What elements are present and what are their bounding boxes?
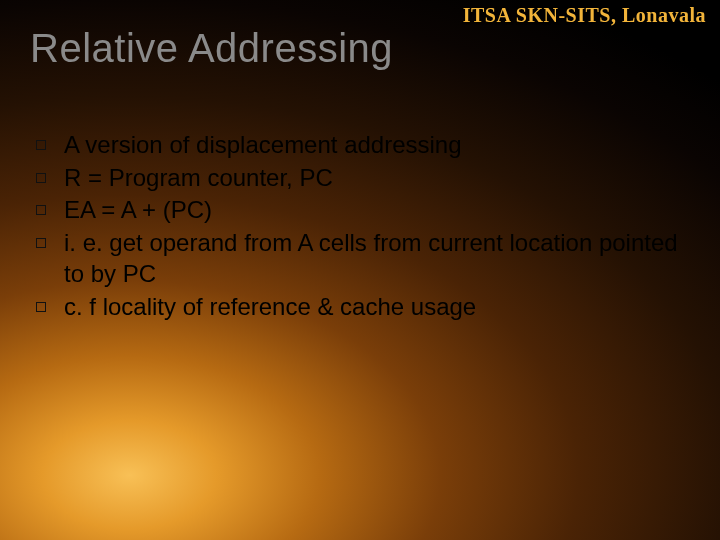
watermark-text: ITSA SKN-SITS, Lonavala bbox=[463, 4, 706, 27]
slide: ITSA SKN-SITS, Lonavala Relative Address… bbox=[0, 0, 720, 540]
square-bullet-icon bbox=[36, 302, 46, 312]
square-bullet-icon bbox=[36, 238, 46, 248]
list-item: R = Program counter, PC bbox=[36, 163, 680, 194]
square-bullet-icon bbox=[36, 205, 46, 215]
list-item: c. f locality of reference & cache usage bbox=[36, 292, 680, 323]
list-item-text: c. f locality of reference & cache usage bbox=[64, 292, 476, 323]
square-bullet-icon bbox=[36, 173, 46, 183]
square-bullet-icon bbox=[36, 140, 46, 150]
list-item: EA = A + (PC) bbox=[36, 195, 680, 226]
slide-body: A version of displacement addressing R =… bbox=[36, 130, 680, 324]
slide-title: Relative Addressing bbox=[30, 26, 393, 71]
list-item: i. e. get operand from A cells from curr… bbox=[36, 228, 680, 289]
list-item: A version of displacement addressing bbox=[36, 130, 680, 161]
list-item-text: EA = A + (PC) bbox=[64, 195, 212, 226]
list-item-text: A version of displacement addressing bbox=[64, 130, 462, 161]
list-item-text: R = Program counter, PC bbox=[64, 163, 333, 194]
list-item-text: i. e. get operand from A cells from curr… bbox=[64, 228, 680, 289]
